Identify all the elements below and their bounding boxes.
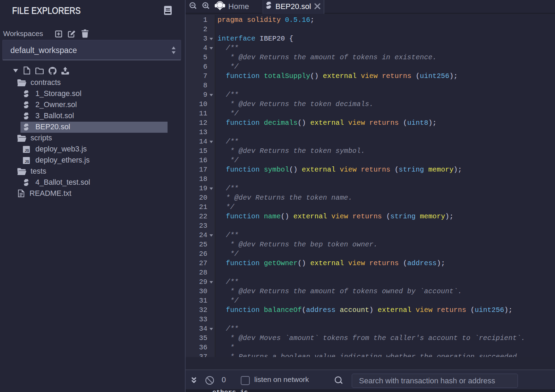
svg-text:JS: JS [25,148,29,153]
svg-text:JS: JS [25,159,29,164]
